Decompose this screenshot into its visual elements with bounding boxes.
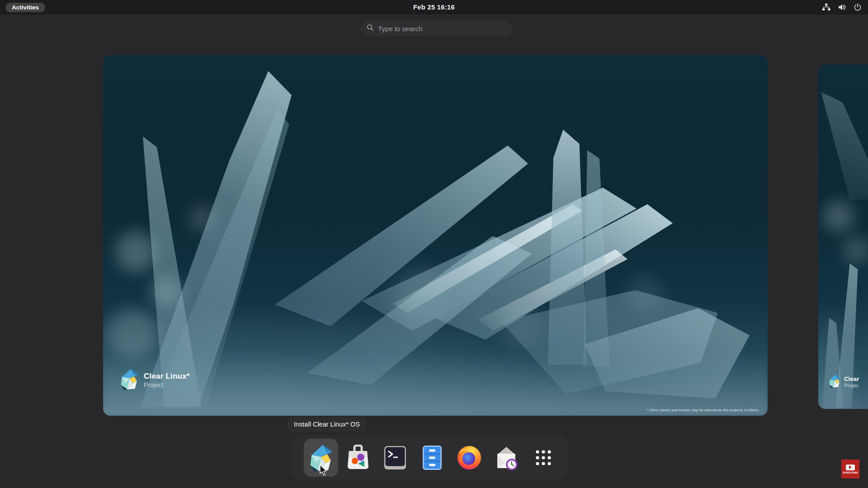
clear-linux-penguin-icon [119, 368, 139, 392]
subscribe-watermark: SUBSCRIBE [841, 460, 859, 479]
clear-linux-wallpaper-partial: Clear Projec [818, 65, 868, 409]
clear-linux-logo: Clear Linux* Project [119, 368, 190, 392]
wallpaper-disclaimer: * Other names and brands may be claimed … [646, 408, 760, 412]
volume-icon [838, 3, 846, 11]
dock-tooltip: Install Clear Linux* OS [288, 417, 366, 432]
activities-button[interactable]: Activities [5, 3, 45, 12]
dock-item-clear-linux-installer[interactable] [304, 439, 338, 477]
clear-linux-wallpaper: Clear Linux* Project * Other names and b… [103, 55, 768, 416]
terminal-icon [383, 445, 407, 470]
firefox-icon [456, 445, 482, 471]
evolution-mail-icon [494, 445, 519, 471]
youtube-play-icon [846, 465, 855, 470]
dock-item-evolution-mail[interactable] [489, 439, 524, 477]
top-bar: Feb 25 16:16 Activities [0, 0, 868, 14]
clock[interactable]: Feb 25 16:16 [0, 0, 868, 14]
search-icon [367, 24, 374, 33]
dock-item-files[interactable] [415, 439, 449, 477]
dock-item-firefox[interactable] [452, 439, 486, 477]
wallpaper-logo-subtitle: Project [144, 381, 190, 389]
gnome-software-icon [345, 445, 371, 471]
subscribe-label: SUBSCRIBE [843, 471, 858, 474]
wallpaper-logo-title: Clear Linux* [144, 372, 190, 381]
dock [291, 435, 568, 480]
clear-linux-installer-icon [308, 444, 334, 472]
search-input[interactable]: Type to search [360, 21, 512, 36]
dock-item-show-applications[interactable] [526, 439, 561, 477]
show-applications-icon [532, 446, 555, 469]
window-preview-installer[interactable]: Clear Linux* Project * Other names and b… [103, 55, 768, 416]
clear-linux-penguin-icon [828, 374, 841, 390]
dock-item-gnome-software[interactable] [341, 439, 375, 477]
clear-linux-logo-small: Clear Projec [828, 374, 859, 390]
wallpaper-logo-subtitle: Projec [844, 383, 859, 388]
power-icon [854, 3, 862, 11]
wallpaper-logo-title: Clear [844, 375, 859, 382]
files-icon [422, 445, 443, 471]
network-wired-icon [822, 3, 830, 11]
system-status-area[interactable] [822, 3, 862, 11]
search-placeholder: Type to search [378, 25, 422, 33]
window-preview-partial[interactable]: Clear Projec [818, 65, 868, 409]
dock-item-terminal[interactable] [378, 439, 412, 477]
